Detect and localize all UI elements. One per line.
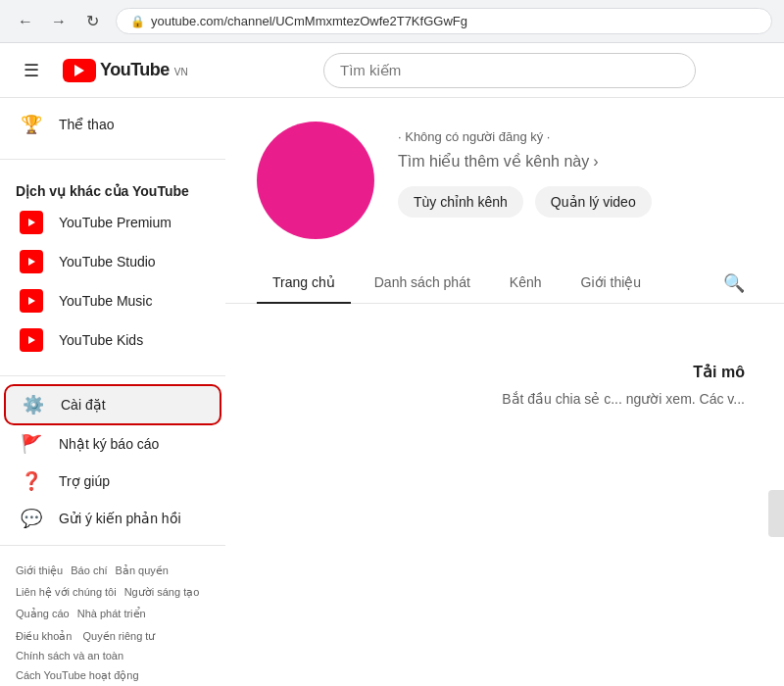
tab-search-icon[interactable]: 🔍 <box>715 265 753 302</box>
header-center <box>251 53 768 88</box>
feedback-label: Gửi ý kiến phản hồi <box>59 511 181 526</box>
youtube-header: ☰ YouTube VN <box>0 43 784 98</box>
channel-tabs: Trang chủ Danh sách phát Kênh Giới thiệu… <box>225 263 784 304</box>
manage-videos-button[interactable]: Quản lý video <box>535 186 652 218</box>
footer-link-devs[interactable]: Nhà phát triển <box>77 605 146 624</box>
yt-music-icon <box>20 289 43 313</box>
main-content: · Không có người đăng ký · Tìm hiểu thêm… <box>225 98 784 686</box>
sports-label: Thể thao <box>59 117 114 132</box>
search-bar[interactable] <box>323 53 696 88</box>
settings-icon: ⚙️ <box>22 394 45 416</box>
sidebar-item-sports[interactable]: 🏆 Thể thao <box>4 106 221 143</box>
divider-2 <box>0 375 225 376</box>
yt-studio-label: YouTube Studio <box>59 254 156 270</box>
footer-link-press[interactable]: Báo chí <box>71 562 107 581</box>
sidebar: 🏆 Thể thao Dịch vụ khác của YouTube YouT… <box>0 98 225 686</box>
footer-link-ads[interactable]: Quảng cáo <box>16 605 70 624</box>
sidebar-item-settings[interactable]: ⚙️ Cài đặt <box>4 384 221 425</box>
yt-kids-icon <box>20 328 43 352</box>
sidebar-item-yt-studio[interactable]: YouTube Studio <box>4 242 221 281</box>
report-label: Nhật ký báo cáo <box>59 436 159 452</box>
footer-extra: Điều khoản Quyền riêng tư Chính sách và … <box>16 627 210 686</box>
sidebar-item-feedback[interactable]: 💬 Gửi ý kiến phản hồi <box>4 500 221 537</box>
channel-learn-more[interactable]: Tìm hiểu thêm về kênh này › <box>398 152 753 171</box>
tai-mo-desc: Bắt đầu chia sẻ c... người xem. Các v... <box>257 389 745 410</box>
lock-icon: 🔒 <box>130 15 145 28</box>
tai-mo-title: Tải mô <box>257 363 745 381</box>
nav-buttons: ← → ↻ <box>12 8 106 35</box>
yt-premium-icon <box>20 211 43 234</box>
footer-link-about[interactable]: Giới thiệu <box>16 562 63 581</box>
sidebar-item-yt-premium[interactable]: YouTube Premium <box>4 203 221 242</box>
footer-link-copyright[interactable]: Bản quyền <box>116 562 169 581</box>
yt-kids-label: YouTube Kids <box>59 332 143 348</box>
services-title: Dịch vụ khác của YouTube <box>0 175 225 203</box>
report-icon: 🚩 <box>20 433 43 455</box>
divider-3 <box>0 545 225 546</box>
sidebar-item-yt-kids[interactable]: YouTube Kids <box>4 320 221 360</box>
hamburger-button[interactable]: ☰ <box>16 52 47 89</box>
channel-actions: Tùy chỉnh kênh Quản lý video <box>398 186 753 218</box>
footer-link-policy[interactable]: Chính sách và an toàn <box>16 650 123 662</box>
tab-danh-sach-phat[interactable]: Danh sách phát <box>359 263 486 304</box>
sidebar-section-sports: 🏆 Thể thao <box>0 98 225 151</box>
back-button[interactable]: ← <box>12 8 39 35</box>
footer-link-privacy[interactable]: Quyền riêng tư <box>82 630 155 642</box>
channel-header: · Không có người đăng ký · Tìm hiểu thêm… <box>225 98 784 263</box>
sidebar-item-yt-music[interactable]: YouTube Music <box>4 281 221 320</box>
footer-links: Giới thiệu Báo chí Bản quyền Liên hệ với… <box>16 562 210 623</box>
trophy-icon: 🏆 <box>20 114 43 135</box>
sidebar-item-help[interactable]: ❓ Trợ giúp <box>4 463 221 500</box>
tab-gioi-thieu[interactable]: Giới thiệu <box>565 263 658 304</box>
customize-channel-button[interactable]: Tùy chỉnh kênh <box>398 186 523 218</box>
sidebar-item-report[interactable]: 🚩 Nhật ký báo cáo <box>4 425 221 463</box>
search-input[interactable] <box>324 62 695 78</box>
divider-1 <box>0 159 225 160</box>
address-bar[interactable]: 🔒 youtube.com/channel/UCmMmxmtezOwfe2T7K… <box>116 8 772 34</box>
help-label: Trợ giúp <box>59 473 110 489</box>
yt-premium-label: YouTube Premium <box>59 215 172 230</box>
tai-mo-section: Tải mô Bắt đầu chia sẻ c... người xem. C… <box>225 304 784 441</box>
channel-info-row: · Không có người đăng ký · Tìm hiểu thêm… <box>257 122 753 239</box>
youtube-logo[interactable]: YouTube VN <box>63 59 188 82</box>
chevron-right-icon: › <box>593 153 598 171</box>
learn-more-text: Tìm hiểu thêm về kênh này <box>398 152 589 171</box>
footer-link-creators[interactable]: Người sáng tạo <box>124 583 200 603</box>
channel-stats: · Không có người đăng ký · <box>398 129 753 144</box>
help-icon: ❓ <box>20 470 43 492</box>
channel-details: · Không có người đăng ký · Tìm hiểu thêm… <box>398 122 753 218</box>
feedback-icon: 💬 <box>20 508 43 529</box>
footer-link-contact[interactable]: Liên hệ với chúng tôi <box>16 583 117 603</box>
forward-button[interactable]: → <box>45 8 73 35</box>
tab-kenh[interactable]: Kênh <box>494 263 558 304</box>
settings-label: Cài đặt <box>61 397 106 413</box>
channel-avatar <box>257 122 374 239</box>
refresh-button[interactable]: ↻ <box>78 8 106 35</box>
youtube-logo-text: YouTube <box>100 60 170 80</box>
right-panel-handle[interactable] <box>768 490 784 537</box>
sidebar-section-services: Dịch vụ khác của YouTube YouTube Premium… <box>0 168 225 368</box>
tab-trang-chu[interactable]: Trang chủ <box>257 263 351 304</box>
footer-link-terms[interactable]: Điều khoản <box>16 630 72 642</box>
footer-link-how-works[interactable]: Cách YouTube hoạt động <box>16 669 139 681</box>
browser-chrome: ← → ↻ 🔒 youtube.com/channel/UCmMmxmtezOw… <box>0 0 784 43</box>
yt-studio-icon <box>20 250 43 273</box>
sidebar-footer: Giới thiệu Báo chí Bản quyền Liên hệ với… <box>0 554 225 686</box>
youtube-logo-country: VN <box>174 67 188 77</box>
youtube-logo-icon <box>63 59 96 82</box>
yt-music-label: YouTube Music <box>59 293 152 309</box>
header-left: ☰ YouTube VN <box>16 52 251 89</box>
main-layout: 🏆 Thể thao Dịch vụ khác của YouTube YouT… <box>0 98 784 686</box>
url-text: youtube.com/channel/UCmMmxmtezOwfe2T7KfG… <box>151 14 467 28</box>
